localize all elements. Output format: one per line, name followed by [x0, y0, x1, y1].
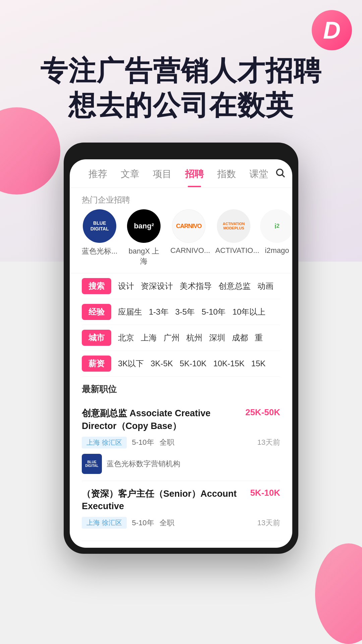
filter-row-experience: 经验 应届生 1-3年 3-5年 5-10年 10年以上 — [82, 299, 280, 325]
app-logo-letter: D — [323, 16, 341, 44]
job1-meta: 上海 徐汇区 5-10年 全职 13天前 — [82, 437, 280, 448]
company-name-carnivo: CARNIVO... — [170, 246, 207, 255]
nav-item-recruit[interactable]: 招聘 — [178, 168, 210, 187]
hero-section: 专注广告营销人才招聘 想去的公司在数英 — [0, 0, 362, 143]
company-activation[interactable]: ACTIVATIONMODEPLUS ACTIVATIO... — [215, 209, 252, 266]
nav-item-recommend[interactable]: 推荐 — [82, 168, 114, 187]
job-card-2[interactable]: （资深）客户主任（Senior）Account Executive 5K-10K… — [82, 481, 280, 541]
company-name-bangx: bangX 上海 — [125, 246, 162, 266]
filter-opt-3k-5k[interactable]: 3K-5K — [150, 359, 173, 368]
filter-tag-salary[interactable]: 薪资 — [82, 356, 111, 372]
hero-title-line2: 想去的公司在数英 — [0, 88, 362, 123]
job2-salary: 5K-10K — [250, 488, 280, 498]
company-blue-digital[interactable]: BLUEDIGITAL 蓝色光标... — [82, 209, 117, 266]
job1-title: 创意副总监 Associate Creative Director（Copy B… — [82, 407, 245, 433]
filter-opt-5k-10k[interactable]: 5K-10K — [180, 359, 206, 368]
job1-company-logo-text: BLUEDIGITAL — [84, 459, 100, 469]
filter-opt-3k-below[interactable]: 3K以下 — [118, 358, 144, 369]
filter-opt-guangzhou[interactable]: 广州 — [164, 332, 180, 343]
hero-title: 专注广告营销人才招聘 想去的公司在数英 — [0, 54, 362, 122]
job2-meta: 上海 徐汇区 5-10年 全职 13天前 — [82, 517, 280, 529]
filter-opt-15k[interactable]: 15K — [251, 359, 266, 368]
app-logo[interactable]: D — [312, 10, 352, 50]
jobs-section: 最新职位 创意副总监 Associate Creative Director（C… — [70, 377, 292, 548]
filter-row-search: 搜索 设计 资深设计 美术指导 创意总监 动画 — [82, 273, 280, 299]
search-icon[interactable] — [275, 167, 286, 187]
job2-experience: 5-10年 — [132, 518, 154, 528]
job1-company-logo: BLUEDIGITAL — [82, 454, 102, 474]
hot-companies-title: 热门企业招聘 — [70, 188, 292, 209]
company-name-activation: ACTIVATIO... — [215, 246, 252, 255]
filter-opt-10plus[interactable]: 10年以上 — [232, 307, 265, 317]
svg-line-1 — [282, 175, 284, 177]
job-card-1[interactable]: 创意副总监 Associate Creative Director（Copy B… — [82, 400, 280, 481]
job1-company-name: 蓝色光标数字营销机构 — [107, 459, 180, 469]
filter-row-salary: 薪资 3K以下 3K-5K 5K-10K 10K-15K 15K — [82, 351, 280, 377]
filter-section: 搜索 设计 资深设计 美术指导 创意总监 动画 经验 应届生 1-3年 3-5年… — [70, 273, 292, 377]
companies-list: BLUEDIGITAL 蓝色光标... bang² bangX 上海 CARNI… — [70, 209, 292, 273]
job2-header: （资深）客户主任（Senior）Account Executive 5K-10K — [82, 488, 280, 513]
job2-type: 全职 — [160, 518, 174, 528]
phone-inner: 推荐 文章 项目 招聘 指数 课堂 热门企业招聘 BLUEDIGITAL — [70, 159, 292, 548]
filter-opt-more[interactable]: 重 — [255, 332, 263, 343]
filter-opt-10k-15k[interactable]: 10K-15K — [213, 359, 244, 368]
filter-row-city: 城市 北京 上海 广州 杭州 深圳 成都 重 — [82, 325, 280, 351]
job2-location: 上海 徐汇区 — [82, 517, 127, 529]
filter-opt-design[interactable]: 设计 — [118, 281, 134, 291]
company-logo-i2mago: i2 — [260, 209, 292, 243]
filter-opt-chengdu[interactable]: 成都 — [232, 332, 248, 343]
company-carnivo[interactable]: CARNIVO CARNIVO... — [170, 209, 207, 266]
company-bangx[interactable]: bang² bangX 上海 — [125, 209, 162, 266]
company-logo-blue-digital: BLUEDIGITAL — [83, 209, 116, 243]
filter-opt-senior-design[interactable]: 资深设计 — [141, 281, 173, 291]
filter-opt-3-5[interactable]: 3-5年 — [175, 307, 195, 317]
nav-item-course[interactable]: 课堂 — [243, 168, 275, 187]
job1-company: BLUEDIGITAL 蓝色光标数字营销机构 — [82, 454, 280, 474]
job1-type: 全职 — [160, 437, 174, 447]
filter-tag-city[interactable]: 城市 — [82, 330, 111, 346]
filter-opt-5-10[interactable]: 5-10年 — [201, 307, 226, 317]
filter-opt-beijing[interactable]: 北京 — [118, 332, 134, 343]
job1-location: 上海 徐汇区 — [82, 437, 127, 448]
filter-opt-art-director[interactable]: 美术指导 — [180, 281, 212, 291]
nav-item-index[interactable]: 指数 — [210, 168, 243, 187]
phone-outer: 推荐 文章 项目 招聘 指数 课堂 热门企业招聘 BLUEDIGITAL — [64, 143, 298, 554]
filter-opt-1-3[interactable]: 1-3年 — [149, 307, 169, 317]
nav-item-project[interactable]: 项目 — [146, 168, 178, 187]
filter-opt-creative-director[interactable]: 创意总监 — [219, 281, 251, 291]
filter-tag-search[interactable]: 搜索 — [82, 278, 111, 294]
filter-opt-hangzhou[interactable]: 杭州 — [186, 332, 202, 343]
filter-opt-animation[interactable]: 动画 — [257, 281, 274, 291]
decorative-circle-bottom-right — [315, 543, 362, 644]
company-name-blue-digital: 蓝色光标... — [82, 246, 117, 256]
phone-notch — [151, 149, 211, 159]
filter-opt-shanghai[interactable]: 上海 — [141, 332, 157, 343]
company-i2mago[interactable]: i2 i2mago — [260, 209, 292, 266]
phone-wrapper: 推荐 文章 项目 招聘 指数 课堂 热门企业招聘 BLUEDIGITAL — [0, 143, 362, 554]
job2-title: （资深）客户主任（Senior）Account Executive — [82, 488, 250, 513]
job1-header: 创意副总监 Associate Creative Director（Copy B… — [82, 407, 280, 433]
company-name-i2mago: i2mago — [265, 246, 289, 255]
nav-item-article[interactable]: 文章 — [114, 168, 146, 187]
job1-date: 13天前 — [257, 437, 280, 447]
jobs-section-title: 最新职位 — [82, 383, 280, 395]
company-logo-bangx: bang² — [127, 209, 161, 243]
job1-experience: 5-10年 — [132, 437, 154, 447]
filter-tag-experience[interactable]: 经验 — [82, 304, 111, 320]
main-nav: 推荐 文章 项目 招聘 指数 课堂 — [70, 159, 292, 188]
company-logo-activation: ACTIVATIONMODEPLUS — [217, 209, 250, 243]
filter-opt-fresh[interactable]: 应届生 — [118, 307, 142, 317]
hero-title-line1: 专注广告营销人才招聘 — [0, 54, 362, 88]
filter-opt-shenzhen[interactable]: 深圳 — [209, 332, 225, 343]
job2-date: 13天前 — [257, 518, 280, 528]
job1-salary: 25K-50K — [245, 407, 280, 418]
company-logo-carnivo: CARNIVO — [172, 209, 205, 243]
